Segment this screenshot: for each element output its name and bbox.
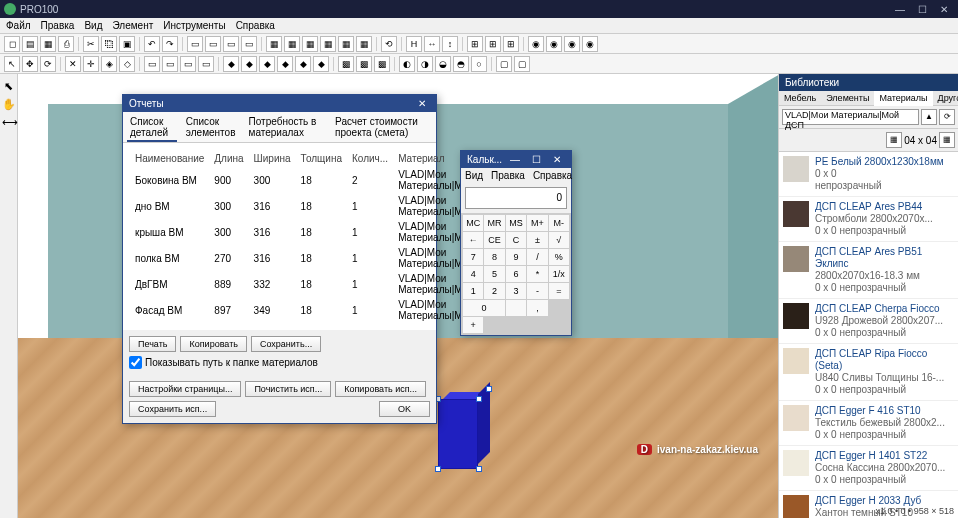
rep-print[interactable]: Печать bbox=[129, 336, 176, 352]
tb-f[interactable]: ▦ bbox=[284, 36, 300, 52]
tb-q[interactable]: ⊞ bbox=[503, 36, 519, 52]
rep-copy[interactable]: Копировать bbox=[180, 336, 246, 352]
t2-v[interactable]: ○ bbox=[471, 56, 487, 72]
calc-btn-2[interactable]: 2 bbox=[484, 283, 504, 299]
rp-refresh[interactable]: ⟳ bbox=[939, 109, 955, 125]
resize-handle[interactable] bbox=[476, 396, 482, 402]
tb-print[interactable]: ⎙ bbox=[58, 36, 74, 52]
close-button[interactable]: ✕ bbox=[934, 4, 954, 15]
calc-btn-/[interactable]: / bbox=[527, 249, 547, 265]
t2-i[interactable]: ◆ bbox=[223, 56, 239, 72]
tb-p[interactable]: ⊞ bbox=[485, 36, 501, 52]
t2-h[interactable]: ▭ bbox=[198, 56, 214, 72]
t2-c[interactable]: ◈ bbox=[101, 56, 117, 72]
tb-b[interactable]: ▭ bbox=[205, 36, 221, 52]
table-row[interactable]: полка ВМ270316181VLAD|Мои Материалы|Moй.… bbox=[131, 246, 486, 270]
tb-u[interactable]: ◉ bbox=[582, 36, 598, 52]
t2-a[interactable]: ✕ bbox=[65, 56, 81, 72]
resize-handle[interactable] bbox=[435, 466, 441, 472]
t2-m[interactable]: ◆ bbox=[295, 56, 311, 72]
calc-btn-4[interactable]: 4 bbox=[463, 266, 483, 282]
tb-o[interactable]: ⊞ bbox=[467, 36, 483, 52]
calc-btn-0[interactable]: 0 bbox=[463, 300, 505, 316]
calc-m-help[interactable]: Справка bbox=[533, 170, 572, 181]
tb-open[interactable]: ▤ bbox=[22, 36, 38, 52]
menu-help[interactable]: Справка bbox=[236, 20, 275, 31]
lt-cursor[interactable]: ⬉ bbox=[2, 80, 16, 94]
t2-q[interactable]: ▩ bbox=[374, 56, 390, 72]
t2-d[interactable]: ◇ bbox=[119, 56, 135, 72]
lt-hand[interactable]: ✋ bbox=[2, 98, 16, 112]
calc-btn-,[interactable]: , bbox=[527, 300, 547, 316]
calc-btn-M+[interactable]: M+ bbox=[527, 215, 547, 231]
calc-btn-3[interactable]: 3 bbox=[506, 283, 526, 299]
material-item[interactable]: РЕ Белый 2800x1230x18мм0 x 0непрозрачный bbox=[779, 152, 958, 197]
t2-o[interactable]: ▩ bbox=[338, 56, 354, 72]
calc-btn-√[interactable]: √ bbox=[549, 232, 569, 248]
rp-tab-other[interactable]: Другое bbox=[933, 91, 958, 105]
menu-file[interactable]: Файл bbox=[6, 20, 31, 31]
rp-grid-a[interactable]: ▦ bbox=[886, 132, 902, 148]
tb-t[interactable]: ◉ bbox=[564, 36, 580, 52]
tb-r[interactable]: ◉ bbox=[528, 36, 544, 52]
calc-m-view[interactable]: Вид bbox=[465, 170, 483, 181]
calc-btn-←[interactable]: ← bbox=[463, 232, 483, 248]
calc-btn-%[interactable]: % bbox=[549, 249, 569, 265]
calc-btn-±[interactable]: ± bbox=[527, 232, 547, 248]
calc-btn-MS[interactable]: MS bbox=[506, 215, 526, 231]
t2-g[interactable]: ▭ bbox=[180, 56, 196, 72]
maximize-button[interactable]: ☐ bbox=[912, 4, 932, 15]
menu-tools[interactable]: Инструменты bbox=[163, 20, 225, 31]
furniture-box[interactable] bbox=[438, 394, 490, 469]
rep-col[interactable]: Наименование bbox=[131, 151, 208, 166]
table-row[interactable]: крыша ВМ300316181VLAD|Мои Материалы|Moй.… bbox=[131, 220, 486, 244]
t2-rot[interactable]: ⟳ bbox=[40, 56, 56, 72]
rep-tab-materials[interactable]: Потребность в материалах bbox=[246, 114, 327, 142]
tb-d[interactable]: ▭ bbox=[241, 36, 257, 52]
calc-btn-8[interactable]: 8 bbox=[484, 249, 504, 265]
t2-j[interactable]: ◆ bbox=[241, 56, 257, 72]
rp-tab-elements[interactable]: Элементы bbox=[821, 91, 874, 105]
minimize-button[interactable]: — bbox=[890, 4, 910, 15]
tb-a[interactable]: ▭ bbox=[187, 36, 203, 52]
material-item[interactable]: ДСП CLEAР Ares РВ51 Эклипс2800x2070x16-1… bbox=[779, 242, 958, 299]
resize-handle[interactable] bbox=[476, 466, 482, 472]
table-row[interactable]: дно ВМ300316181VLAD|Мои Материалы|Moй... bbox=[131, 194, 486, 218]
tb-copy[interactable]: ⿻ bbox=[101, 36, 117, 52]
tb-new[interactable]: ◻ bbox=[4, 36, 20, 52]
material-item[interactable]: ДСП CLEAР Ares РВ44Стромболи 2800x2070x.… bbox=[779, 197, 958, 242]
rep-showpath-chk[interactable]: Показывать путь к папке материалов bbox=[129, 356, 318, 369]
rep-tab-details[interactable]: Список деталей bbox=[127, 114, 177, 142]
material-item[interactable]: ДСП Egger Н 1401 ST22Сосна Кассина 2800x… bbox=[779, 446, 958, 491]
rep-copyh[interactable]: Копировать исп... bbox=[335, 381, 426, 397]
rp-tab-furniture[interactable]: Мебель bbox=[779, 91, 821, 105]
tb-redo[interactable]: ↷ bbox=[162, 36, 178, 52]
calc-m-edit[interactable]: Правка bbox=[491, 170, 525, 181]
tb-i[interactable]: ▦ bbox=[338, 36, 354, 52]
rp-grid-b[interactable]: ▦ bbox=[939, 132, 955, 148]
rp-tab-materials[interactable]: Материалы bbox=[874, 91, 932, 106]
tb-l[interactable]: H bbox=[406, 36, 422, 52]
t2-r[interactable]: ◐ bbox=[399, 56, 415, 72]
table-row[interactable]: Фасад ВМ897349181VLAD|Мои Материалы|Moй.… bbox=[131, 298, 486, 322]
t2-p[interactable]: ▩ bbox=[356, 56, 372, 72]
calc-btn-C[interactable]: C bbox=[506, 232, 526, 248]
rep-ok[interactable]: OK bbox=[379, 401, 430, 417]
t2-n[interactable]: ◆ bbox=[313, 56, 329, 72]
menu-edit[interactable]: Правка bbox=[41, 20, 75, 31]
calc-btn-9[interactable]: 9 bbox=[506, 249, 526, 265]
material-path-select[interactable]: VLAD|Мои Материалы|Moй ДСП bbox=[782, 109, 919, 125]
tb-save[interactable]: ▦ bbox=[40, 36, 56, 52]
rep-col[interactable]: Толщина bbox=[297, 151, 346, 166]
tb-paste[interactable]: ▣ bbox=[119, 36, 135, 52]
calc-btn-CE[interactable]: CE bbox=[484, 232, 504, 248]
rep-tab-cost[interactable]: Расчет стоимости проекта (смета) bbox=[332, 114, 432, 142]
rep-clear[interactable]: Почистить исп... bbox=[245, 381, 331, 397]
calc-close[interactable]: ✕ bbox=[549, 154, 565, 165]
calc-btn-1[interactable]: 1 bbox=[463, 283, 483, 299]
calc-btn--[interactable]: - bbox=[527, 283, 547, 299]
calc-btn-1/x[interactable]: 1/x bbox=[549, 266, 569, 282]
calc-btn-5[interactable]: 5 bbox=[484, 266, 504, 282]
rep-save[interactable]: Сохранить... bbox=[251, 336, 321, 352]
tb-k[interactable]: ⟲ bbox=[381, 36, 397, 52]
